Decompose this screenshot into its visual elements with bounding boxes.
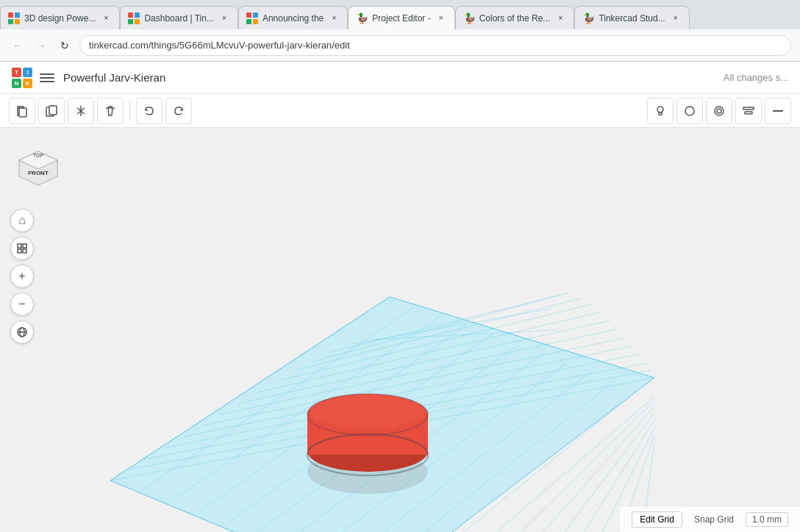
duplicate-button[interactable] — [38, 98, 65, 124]
tab-close-5[interactable]: × — [554, 12, 566, 24]
tab-close-2[interactable]: × — [218, 12, 230, 24]
tab-bar: 3D design Powe... × Dashboard | Tin... ×… — [0, 0, 800, 29]
svg-point-16 — [685, 107, 694, 115]
svg-rect-4 — [128, 12, 133, 18]
svg-rect-9 — [253, 12, 258, 18]
ring-button[interactable] — [706, 98, 732, 124]
svg-text:FRONT: FRONT — [28, 170, 49, 176]
toolbar-separator-1 — [129, 101, 130, 121]
svg-rect-6 — [128, 19, 133, 24]
svg-rect-11 — [253, 19, 258, 24]
svg-rect-8 — [246, 12, 251, 18]
tab-close-6[interactable]: × — [670, 12, 682, 24]
tab-close-4[interactable]: × — [435, 12, 447, 24]
logo-cell-k: K — [23, 79, 32, 88]
fit-view-button[interactable] — [10, 237, 34, 260]
svg-rect-26 — [23, 244, 26, 248]
bottom-bar: Edit Grid Snap Grid 1.0 mm — [620, 507, 800, 532]
tab-title-2: Dashboard | Tin... — [144, 13, 214, 24]
svg-rect-5 — [135, 12, 140, 18]
reload-button[interactable]: ↻ — [56, 37, 74, 54]
svg-rect-7 — [135, 19, 140, 24]
tab-favicon-5: 🦆 — [463, 12, 475, 24]
tab-favicon-2 — [128, 12, 140, 24]
svg-rect-20 — [745, 112, 752, 114]
shape-button[interactable] — [676, 98, 703, 124]
app-bar: T I N K Powerful Jarv-Kieran All changes… — [0, 62, 800, 94]
tab-favicon-6: 🦆 — [582, 12, 594, 24]
undo-button[interactable] — [136, 98, 162, 124]
svg-rect-2 — [8, 19, 13, 24]
tab-favicon-3 — [246, 12, 258, 24]
svg-point-15 — [657, 107, 663, 112]
svg-rect-25 — [18, 244, 21, 248]
svg-point-17 — [715, 107, 724, 115]
svg-rect-19 — [743, 107, 754, 109]
delete-button[interactable] — [97, 98, 124, 124]
workplane-svg: Workplane — [81, 165, 713, 532]
home-view-button[interactable]: ⌂ — [10, 209, 34, 232]
tab-tinkercad-studio[interactable]: 🦆 Tinkercad Stud... × — [574, 6, 689, 29]
logo-cell-i: I — [23, 68, 32, 77]
tab-title-4: Project Editor - — [372, 13, 430, 24]
mirror-button[interactable] — [68, 98, 94, 124]
logo-cell-t: T — [12, 68, 21, 77]
tinkercad-logo: T I N K — [12, 68, 32, 88]
edit-grid-button[interactable]: Edit Grid — [632, 511, 682, 528]
copy-button[interactable] — [9, 98, 35, 124]
svg-rect-12 — [19, 108, 26, 117]
left-controls: ⌂ + − — [10, 209, 34, 344]
save-status: All changes s... — [724, 72, 788, 83]
zoom-out-button[interactable]: − — [10, 292, 34, 316]
svg-rect-0 — [8, 12, 13, 18]
tab-title-1: 3D design Powe... — [24, 13, 96, 24]
more-button[interactable] — [765, 98, 791, 124]
logo-cell-n: N — [12, 79, 21, 88]
tab-dashboard[interactable]: Dashboard | Tin... × — [120, 6, 238, 29]
canvas-area[interactable]: TOP FRONT ⌂ + − — [0, 128, 800, 532]
address-input[interactable] — [79, 35, 791, 56]
toolbar — [0, 94, 800, 128]
zoom-in-button[interactable]: + — [10, 265, 34, 288]
lightbulb-button[interactable] — [647, 98, 674, 124]
tab-title-3: Announcing the — [262, 13, 324, 24]
view-cube[interactable]: TOP FRONT — [12, 140, 65, 193]
toolbar-right — [647, 98, 791, 124]
tab-3d-design[interactable]: 3D design Powe... × — [0, 6, 120, 29]
tab-title-6: Tinkercad Stud... — [599, 13, 665, 24]
svg-rect-28 — [23, 249, 26, 253]
address-bar: ← → ↻ — [0, 29, 800, 62]
tab-colors[interactable]: 🦆 Colors of the Re... × — [455, 6, 575, 29]
forward-button[interactable]: → — [32, 37, 50, 54]
redo-button[interactable] — [165, 98, 192, 124]
snap-grid-value: 1.0 mm — [746, 512, 788, 527]
svg-rect-14 — [49, 106, 57, 115]
snap-grid-label: Snap Grid — [694, 514, 734, 525]
tab-title-5: Colors of the Re... — [479, 13, 551, 24]
svg-rect-10 — [246, 19, 251, 24]
tab-favicon-1 — [8, 12, 20, 24]
svg-rect-3 — [15, 19, 20, 24]
svg-point-18 — [717, 109, 721, 113]
back-button[interactable]: ← — [9, 37, 26, 54]
align-button[interactable] — [735, 98, 762, 124]
perspective-button[interactable] — [10, 320, 34, 344]
tab-close-3[interactable]: × — [328, 12, 340, 24]
svg-rect-1 — [15, 12, 20, 18]
tab-favicon-4: 🦆 — [356, 12, 368, 24]
svg-text:TOP: TOP — [33, 153, 44, 158]
tab-close-1[interactable]: × — [100, 12, 112, 24]
project-name: Powerful Jarv-Kieran — [63, 71, 165, 84]
tab-project-editor[interactable]: 🦆 Project Editor - × — [348, 6, 454, 29]
tab-announcing[interactable]: Announcing the × — [238, 6, 348, 29]
hamburger-menu[interactable] — [40, 71, 54, 85]
svg-rect-27 — [18, 249, 21, 253]
